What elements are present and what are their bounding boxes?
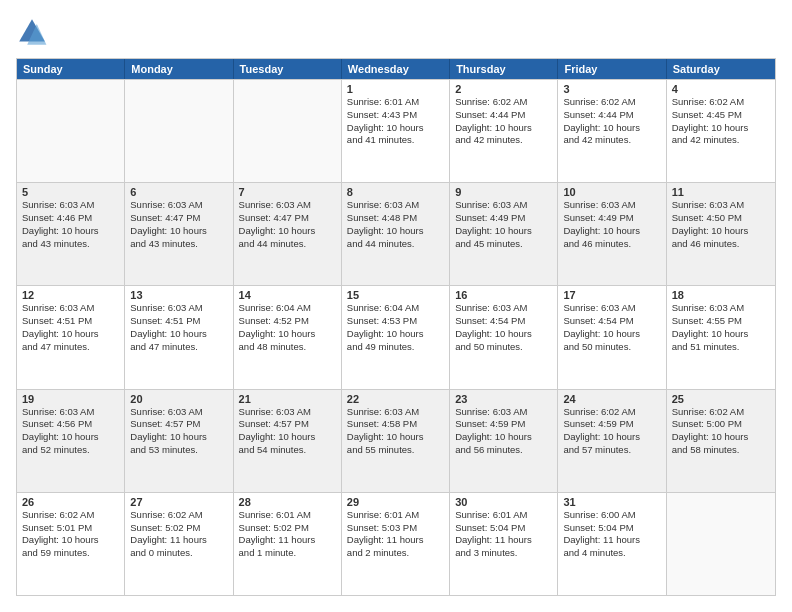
day-info: Sunrise: 6:03 AMSunset: 4:54 PMDaylight:…	[563, 302, 660, 353]
day-cell-26: 26Sunrise: 6:02 AMSunset: 5:01 PMDayligh…	[17, 493, 125, 595]
day-number: 14	[239, 289, 336, 301]
day-info: Sunrise: 6:03 AMSunset: 4:55 PMDaylight:…	[672, 302, 770, 353]
day-cell-20: 20Sunrise: 6:03 AMSunset: 4:57 PMDayligh…	[125, 390, 233, 492]
day-number: 31	[563, 496, 660, 508]
page: SundayMondayTuesdayWednesdayThursdayFrid…	[0, 0, 792, 612]
day-number: 18	[672, 289, 770, 301]
day-number: 8	[347, 186, 444, 198]
day-of-week-sunday: Sunday	[17, 59, 125, 79]
day-info: Sunrise: 6:03 AMSunset: 4:47 PMDaylight:…	[239, 199, 336, 250]
day-cell-17: 17Sunrise: 6:03 AMSunset: 4:54 PMDayligh…	[558, 286, 666, 388]
day-info: Sunrise: 6:02 AMSunset: 4:59 PMDaylight:…	[563, 406, 660, 457]
empty-cell-0-2	[234, 80, 342, 182]
day-number: 20	[130, 393, 227, 405]
day-info: Sunrise: 6:03 AMSunset: 4:59 PMDaylight:…	[455, 406, 552, 457]
day-info: Sunrise: 6:04 AMSunset: 4:53 PMDaylight:…	[347, 302, 444, 353]
day-info: Sunrise: 6:03 AMSunset: 4:51 PMDaylight:…	[22, 302, 119, 353]
day-info: Sunrise: 6:04 AMSunset: 4:52 PMDaylight:…	[239, 302, 336, 353]
day-cell-8: 8Sunrise: 6:03 AMSunset: 4:48 PMDaylight…	[342, 183, 450, 285]
day-cell-28: 28Sunrise: 6:01 AMSunset: 5:02 PMDayligh…	[234, 493, 342, 595]
day-info: Sunrise: 6:02 AMSunset: 4:44 PMDaylight:…	[455, 96, 552, 147]
day-of-week-friday: Friday	[558, 59, 666, 79]
header	[16, 16, 776, 48]
day-number: 1	[347, 83, 444, 95]
day-number: 25	[672, 393, 770, 405]
day-number: 19	[22, 393, 119, 405]
day-number: 9	[455, 186, 552, 198]
day-info: Sunrise: 6:01 AMSunset: 5:02 PMDaylight:…	[239, 509, 336, 560]
calendar-header: SundayMondayTuesdayWednesdayThursdayFrid…	[17, 59, 775, 79]
day-cell-15: 15Sunrise: 6:04 AMSunset: 4:53 PMDayligh…	[342, 286, 450, 388]
day-number: 23	[455, 393, 552, 405]
day-number: 26	[22, 496, 119, 508]
day-number: 21	[239, 393, 336, 405]
day-info: Sunrise: 6:03 AMSunset: 4:47 PMDaylight:…	[130, 199, 227, 250]
day-info: Sunrise: 6:03 AMSunset: 4:56 PMDaylight:…	[22, 406, 119, 457]
day-of-week-tuesday: Tuesday	[234, 59, 342, 79]
day-info: Sunrise: 6:03 AMSunset: 4:50 PMDaylight:…	[672, 199, 770, 250]
day-info: Sunrise: 6:03 AMSunset: 4:57 PMDaylight:…	[130, 406, 227, 457]
day-cell-23: 23Sunrise: 6:03 AMSunset: 4:59 PMDayligh…	[450, 390, 558, 492]
logo	[16, 16, 52, 48]
day-cell-3: 3Sunrise: 6:02 AMSunset: 4:44 PMDaylight…	[558, 80, 666, 182]
day-info: Sunrise: 6:01 AMSunset: 5:03 PMDaylight:…	[347, 509, 444, 560]
week-row-2: 12Sunrise: 6:03 AMSunset: 4:51 PMDayligh…	[17, 285, 775, 388]
logo-icon	[16, 16, 48, 48]
day-info: Sunrise: 6:03 AMSunset: 4:48 PMDaylight:…	[347, 199, 444, 250]
day-info: Sunrise: 6:02 AMSunset: 5:01 PMDaylight:…	[22, 509, 119, 560]
day-cell-18: 18Sunrise: 6:03 AMSunset: 4:55 PMDayligh…	[667, 286, 775, 388]
calendar: SundayMondayTuesdayWednesdayThursdayFrid…	[16, 58, 776, 596]
day-number: 10	[563, 186, 660, 198]
day-cell-9: 9Sunrise: 6:03 AMSunset: 4:49 PMDaylight…	[450, 183, 558, 285]
day-number: 16	[455, 289, 552, 301]
day-number: 2	[455, 83, 552, 95]
day-info: Sunrise: 6:03 AMSunset: 4:49 PMDaylight:…	[563, 199, 660, 250]
day-cell-19: 19Sunrise: 6:03 AMSunset: 4:56 PMDayligh…	[17, 390, 125, 492]
day-info: Sunrise: 6:03 AMSunset: 4:49 PMDaylight:…	[455, 199, 552, 250]
day-info: Sunrise: 6:03 AMSunset: 4:51 PMDaylight:…	[130, 302, 227, 353]
day-info: Sunrise: 6:02 AMSunset: 5:02 PMDaylight:…	[130, 509, 227, 560]
day-cell-14: 14Sunrise: 6:04 AMSunset: 4:52 PMDayligh…	[234, 286, 342, 388]
day-number: 12	[22, 289, 119, 301]
day-cell-25: 25Sunrise: 6:02 AMSunset: 5:00 PMDayligh…	[667, 390, 775, 492]
day-cell-31: 31Sunrise: 6:00 AMSunset: 5:04 PMDayligh…	[558, 493, 666, 595]
day-cell-24: 24Sunrise: 6:02 AMSunset: 4:59 PMDayligh…	[558, 390, 666, 492]
week-row-1: 5Sunrise: 6:03 AMSunset: 4:46 PMDaylight…	[17, 182, 775, 285]
day-info: Sunrise: 6:02 AMSunset: 4:44 PMDaylight:…	[563, 96, 660, 147]
day-of-week-wednesday: Wednesday	[342, 59, 450, 79]
day-cell-29: 29Sunrise: 6:01 AMSunset: 5:03 PMDayligh…	[342, 493, 450, 595]
day-number: 24	[563, 393, 660, 405]
day-info: Sunrise: 6:03 AMSunset: 4:58 PMDaylight:…	[347, 406, 444, 457]
day-cell-2: 2Sunrise: 6:02 AMSunset: 4:44 PMDaylight…	[450, 80, 558, 182]
empty-cell-0-0	[17, 80, 125, 182]
day-cell-7: 7Sunrise: 6:03 AMSunset: 4:47 PMDaylight…	[234, 183, 342, 285]
day-number: 27	[130, 496, 227, 508]
day-number: 11	[672, 186, 770, 198]
empty-cell-4-6	[667, 493, 775, 595]
day-info: Sunrise: 6:03 AMSunset: 4:54 PMDaylight:…	[455, 302, 552, 353]
day-of-week-monday: Monday	[125, 59, 233, 79]
day-info: Sunrise: 6:02 AMSunset: 4:45 PMDaylight:…	[672, 96, 770, 147]
day-number: 13	[130, 289, 227, 301]
calendar-body: 1Sunrise: 6:01 AMSunset: 4:43 PMDaylight…	[17, 79, 775, 595]
day-cell-30: 30Sunrise: 6:01 AMSunset: 5:04 PMDayligh…	[450, 493, 558, 595]
week-row-0: 1Sunrise: 6:01 AMSunset: 4:43 PMDaylight…	[17, 79, 775, 182]
day-of-week-saturday: Saturday	[667, 59, 775, 79]
day-info: Sunrise: 6:01 AMSunset: 5:04 PMDaylight:…	[455, 509, 552, 560]
day-cell-27: 27Sunrise: 6:02 AMSunset: 5:02 PMDayligh…	[125, 493, 233, 595]
day-cell-13: 13Sunrise: 6:03 AMSunset: 4:51 PMDayligh…	[125, 286, 233, 388]
day-cell-1: 1Sunrise: 6:01 AMSunset: 4:43 PMDaylight…	[342, 80, 450, 182]
day-cell-10: 10Sunrise: 6:03 AMSunset: 4:49 PMDayligh…	[558, 183, 666, 285]
day-number: 15	[347, 289, 444, 301]
day-info: Sunrise: 6:03 AMSunset: 4:46 PMDaylight:…	[22, 199, 119, 250]
day-cell-6: 6Sunrise: 6:03 AMSunset: 4:47 PMDaylight…	[125, 183, 233, 285]
day-info: Sunrise: 6:01 AMSunset: 4:43 PMDaylight:…	[347, 96, 444, 147]
day-number: 5	[22, 186, 119, 198]
day-number: 29	[347, 496, 444, 508]
day-cell-4: 4Sunrise: 6:02 AMSunset: 4:45 PMDaylight…	[667, 80, 775, 182]
day-cell-11: 11Sunrise: 6:03 AMSunset: 4:50 PMDayligh…	[667, 183, 775, 285]
day-number: 3	[563, 83, 660, 95]
day-info: Sunrise: 6:00 AMSunset: 5:04 PMDaylight:…	[563, 509, 660, 560]
day-number: 22	[347, 393, 444, 405]
empty-cell-0-1	[125, 80, 233, 182]
